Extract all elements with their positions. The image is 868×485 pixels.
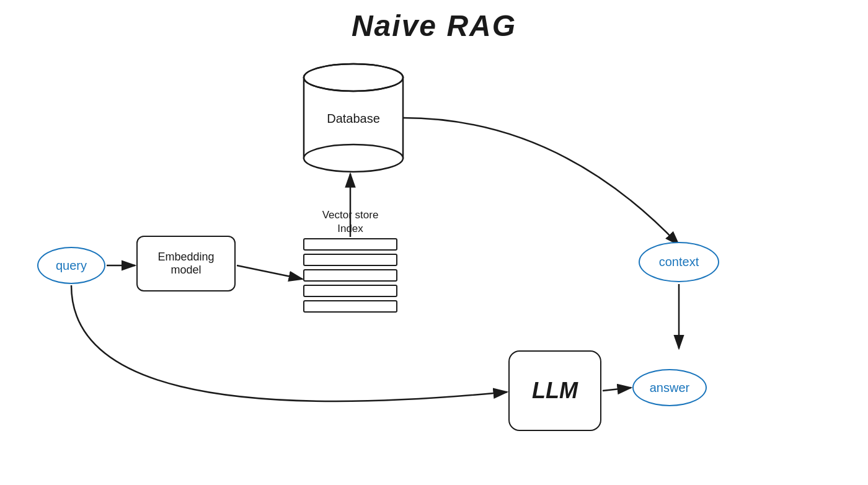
svg-line-18 (603, 388, 631, 391)
svg-rect-10 (304, 285, 397, 296)
context-label: context (659, 255, 699, 269)
svg-point-4 (304, 145, 403, 172)
database-label: Database (327, 112, 380, 125)
diagram-svg: Database Vector store Index (0, 0, 868, 485)
diagram-container: Naive RAG Database Vector (0, 0, 868, 485)
answer-label: answer (650, 381, 689, 395)
svg-point-3 (304, 64, 403, 91)
answer-node: answer (632, 369, 707, 406)
svg-point-5 (305, 65, 402, 90)
svg-rect-8 (304, 254, 397, 265)
context-node: context (639, 242, 719, 282)
diagram-title: Naive RAG (0, 9, 868, 43)
svg-line-15 (237, 265, 303, 279)
svg-rect-7 (304, 239, 397, 250)
query-label: query (56, 259, 87, 273)
svg-rect-9 (304, 270, 397, 281)
llm-label: LLM (532, 378, 578, 404)
embedding-label: Embeddingmodel (157, 251, 214, 277)
llm-box: LLM (508, 350, 601, 431)
svg-point-6 (304, 64, 403, 91)
svg-text:Index: Index (337, 223, 363, 234)
svg-rect-2 (304, 78, 403, 158)
query-node: query (37, 247, 105, 284)
svg-text:Vector store: Vector store (322, 209, 379, 221)
embedding-model-box: Embeddingmodel (136, 236, 236, 291)
svg-rect-11 (304, 301, 397, 312)
